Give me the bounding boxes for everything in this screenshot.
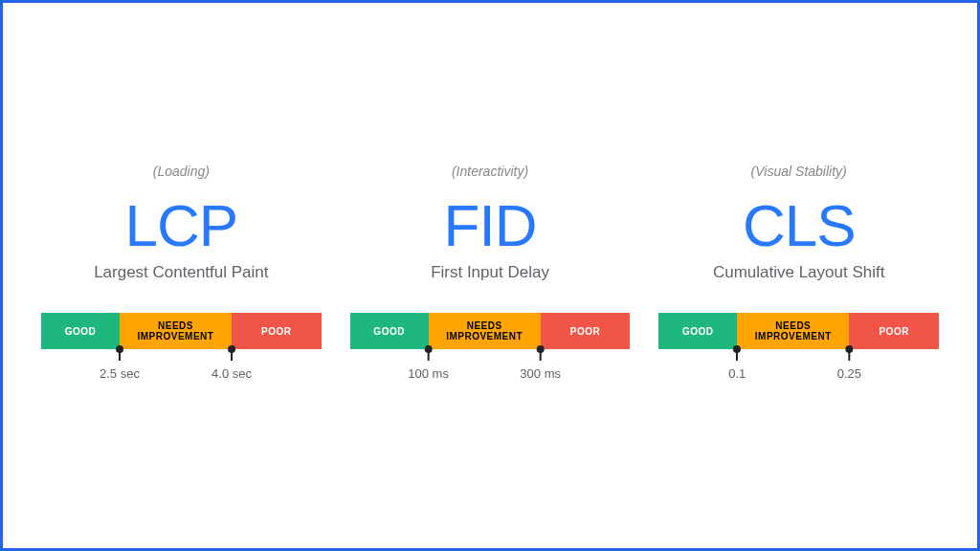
cls-threshold-low-label: 0.1 [728,366,746,381]
threshold-marker-icon [848,349,850,361]
fid-bar-wrapper: GOOD NEEDS IMPROVEMENT POOR 100 ms 300 m… [350,313,631,387]
fid-threshold-high-label: 300 ms [520,366,561,381]
threshold-marker-icon [119,349,121,361]
fid-threshold-low-label: 100 ms [408,366,449,381]
fid-thresholds: 100 ms 300 ms [350,349,631,387]
fid-segment-needs: NEEDS IMPROVEMENT [429,313,541,349]
cls-bar-wrapper: GOOD NEEDS IMPROVEMENT POOR 0.1 0.25 [658,313,939,387]
lcp-threshold-high: 4.0 sec [212,349,252,381]
lcp-thresholds: 2.5 sec 4.0 sec [41,349,322,387]
fid-bar: GOOD NEEDS IMPROVEMENT POOR [350,313,631,349]
cls-segment-poor: POOR [849,313,939,349]
cls-thresholds: 0.1 0.25 [658,349,939,387]
metric-cls: (Visual Stability) CLS Cumulative Layout… [658,164,939,387]
fid-segment-poor: POOR [541,313,631,349]
lcp-segment-good: GOOD [41,313,120,349]
lcp-bar-wrapper: GOOD NEEDS IMPROVEMENT POOR 2.5 sec 4.0 … [41,313,322,387]
fid-abbr: FID [444,196,537,255]
threshold-marker-icon [736,349,738,361]
fid-threshold-low: 100 ms [408,349,449,381]
cls-segment-needs: NEEDS IMPROVEMENT [737,313,849,349]
lcp-segment-needs: NEEDS IMPROVEMENT [120,313,232,349]
fid-threshold-high: 300 ms [520,349,561,381]
cls-fullname: Cumulative Layout Shift [713,263,885,282]
lcp-threshold-low: 2.5 sec [100,349,140,381]
lcp-threshold-high-label: 4.0 sec [212,366,252,381]
cls-threshold-low: 0.1 [728,349,746,381]
core-web-vitals-diagram: (Loading) LCP Largest Contentful Paint G… [41,164,939,387]
lcp-segment-poor: POOR [232,313,322,349]
threshold-marker-icon [428,349,430,361]
threshold-marker-icon [231,349,233,361]
fid-segment-good: GOOD [350,313,429,349]
cls-bar: GOOD NEEDS IMPROVEMENT POOR [658,313,939,349]
metric-fid: (Interactivity) FID First Input Delay GO… [350,164,631,387]
cls-threshold-high-label: 0.25 [837,366,861,381]
cls-abbr: CLS [743,196,856,255]
lcp-abbr: LCP [125,196,238,255]
cls-category: (Visual Stability) [751,164,847,179]
cls-segment-good: GOOD [658,313,737,349]
cls-threshold-high: 0.25 [837,349,861,381]
fid-category: (Interactivity) [452,164,528,179]
lcp-bar: GOOD NEEDS IMPROVEMENT POOR [41,313,322,349]
fid-fullname: First Input Delay [431,263,549,282]
threshold-marker-icon [540,349,542,361]
lcp-fullname: Largest Contentful Paint [94,263,268,282]
metric-lcp: (Loading) LCP Largest Contentful Paint G… [41,164,322,387]
lcp-category: (Loading) [153,164,210,179]
lcp-threshold-low-label: 2.5 sec [100,366,140,381]
